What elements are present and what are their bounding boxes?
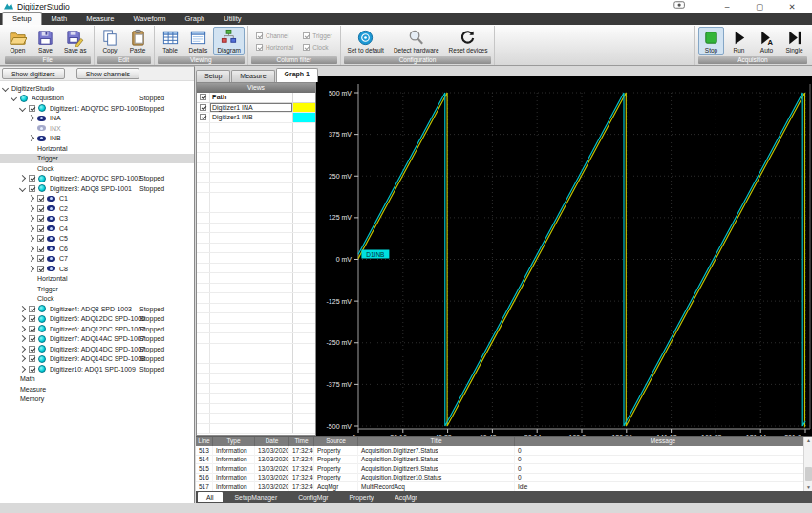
tree-row-digitizer6-adq12dc-spd-1007[interactable]: Digitizer6: ADQ12DC SPD-1007Stopped [0, 324, 194, 334]
menu-item-utility[interactable]: Utility [214, 13, 250, 25]
checkbox-icon[interactable] [29, 315, 35, 322]
chevron-right-icon[interactable] [28, 115, 34, 121]
tree-row-digitizer1-adq7dc-spd-1001[interactable]: Digitizer1: ADQ7DC SPD-1001Stopped [0, 103, 194, 114]
tree-row-inb[interactable]: INB [0, 134, 194, 144]
open-button[interactable]: Open [5, 27, 31, 55]
chevron-right-icon[interactable] [28, 195, 34, 202]
log-column-type[interactable]: Type [213, 437, 255, 446]
tree-row-horizontal[interactable]: Horizontal [0, 143, 194, 154]
tree-row-measure[interactable]: Measure [0, 384, 194, 395]
tree-row-c3[interactable]: C3 [0, 214, 194, 224]
save-as-button[interactable]: Save as [60, 27, 91, 55]
show-channels-button[interactable]: Show channels [76, 68, 139, 79]
log-tab-property[interactable]: Property [341, 492, 383, 502]
minimize-button[interactable]: – [711, 0, 743, 13]
tree-row-c2[interactable]: C2 [0, 203, 194, 214]
waveform-graph[interactable]: 500 mV375 mV250 mV125 mV0 mV-125 mV-250 … [316, 76, 812, 436]
chevron-right-icon[interactable] [28, 266, 34, 272]
chevron-right-icon[interactable] [19, 315, 26, 322]
diagram-button[interactable]: Diagram [213, 27, 245, 55]
tree-row-horizontal[interactable]: Horizontal [0, 274, 194, 285]
checkbox-icon[interactable] [37, 246, 44, 252]
log-column-time[interactable]: Time [289, 437, 314, 446]
table-button[interactable]: Table [158, 27, 183, 55]
chevron-right-icon[interactable] [28, 205, 34, 212]
checkbox-icon[interactable] [29, 326, 35, 332]
tree-row-memory[interactable]: Memory [0, 395, 194, 405]
checkbox-icon[interactable] [37, 255, 44, 262]
chevron-down-icon[interactable] [19, 105, 26, 112]
log-column-message[interactable]: Message [515, 437, 812, 446]
log-column-source[interactable]: Source [314, 437, 358, 446]
tree-row-digitizer4-adq8-spd-1003[interactable]: Digitizer4: ADQ8 SPD-1003Stopped [0, 304, 194, 314]
stop-button[interactable]: Stop [698, 27, 724, 55]
chevron-right-icon[interactable] [19, 326, 26, 332]
chevron-right-icon[interactable] [19, 355, 26, 362]
trace-color-swatch[interactable] [293, 113, 315, 122]
chevron-right-icon[interactable] [28, 255, 34, 262]
log-scrollbar[interactable]: ▲ ▼ [803, 437, 812, 491]
tree-row-c1[interactable]: C1 [0, 194, 194, 204]
checkbox-icon[interactable] [200, 104, 206, 111]
log-tab-acqmgr[interactable]: AcqMgr [386, 492, 425, 502]
chevron-right-icon[interactable] [19, 346, 26, 353]
tree-row-acquisition[interactable]: AcquisitionStopped [0, 94, 194, 104]
chevron-right-icon[interactable] [28, 215, 34, 222]
checkbox-icon[interactable] [29, 335, 35, 342]
checkbox-icon[interactable] [200, 114, 206, 120]
log-column-line[interactable]: Line [196, 437, 213, 446]
checkbox-icon[interactable] [29, 105, 35, 112]
chevron-right-icon[interactable] [19, 175, 26, 182]
save-button[interactable]: Save [32, 27, 58, 55]
chevron-right-icon[interactable] [28, 246, 34, 252]
menu-item-waveform[interactable]: Waveform [123, 13, 175, 25]
maximize-button[interactable]: ▢ [743, 0, 776, 13]
tree-row-ina[interactable]: INA [0, 114, 194, 124]
tab-graph-1[interactable]: Graph 1 [276, 68, 318, 82]
views-row-digitizer1-inb[interactable]: Digitizer1 INB [197, 113, 315, 123]
checkbox-icon[interactable] [37, 215, 44, 222]
tree-row-clock[interactable]: Clock [0, 294, 194, 305]
checkbox-icon[interactable] [29, 346, 35, 353]
checkbox-icon[interactable] [29, 185, 35, 192]
log-tab-configmgr[interactable]: ConfigMgr [289, 492, 336, 502]
tree-row-inx[interactable]: INX [0, 123, 194, 134]
log-tab-setupmanager[interactable]: SetupManager [226, 492, 287, 502]
chevron-down-icon[interactable] [2, 85, 9, 92]
tree-row-clock[interactable]: Clock [0, 163, 194, 174]
tree-row-trigger[interactable]: Trigger [0, 284, 194, 294]
checkbox-icon[interactable] [37, 205, 44, 212]
set-to-default-button[interactable]: Set to default [344, 27, 388, 55]
tree-row-c4[interactable]: C4 [0, 224, 194, 234]
tree-row-c8[interactable]: C8 [0, 264, 194, 274]
run-button[interactable]: Run [726, 27, 752, 55]
chevron-down-icon[interactable] [11, 95, 17, 101]
tab-setup[interactable]: Setup [196, 70, 230, 82]
detect-hardware-button[interactable]: Detect hardware [390, 27, 443, 55]
log-column-title[interactable]: Title [358, 437, 515, 446]
clock-filter-checkbox[interactable]: Clock [303, 44, 331, 51]
tree-row-digitizer10-adq1-spd-1009[interactable]: Digitizer10: ADQ1 SPD-1009Stopped [0, 364, 194, 374]
details-button[interactable]: Details [185, 27, 212, 55]
reset-devices-button[interactable]: Reset devices [445, 27, 492, 55]
scroll-up-icon[interactable]: ▲ [804, 437, 812, 444]
horizontal-filter-checkbox[interactable]: Horizontal [256, 44, 293, 51]
scroll-down-icon[interactable]: ▼ [804, 483, 812, 491]
tree-row-digitizer3-adq8-spd-1001[interactable]: Digitizer3: ADQ8 SPD-1001Stopped [0, 183, 194, 194]
tree-row-digitizer2-adq7dc-spd-1002[interactable]: Digitizer2: ADQ7DC SPD-1002Stopped [0, 174, 194, 184]
tab-measure[interactable]: Measure [231, 70, 274, 82]
chevron-right-icon[interactable] [19, 335, 26, 342]
trace-path-cell[interactable]: Digitizer1 INA [209, 103, 293, 113]
tree-row-digitizer8-adq14dc-spd-1007[interactable]: Digitizer8: ADQ14DC SPD-1007Stopped [0, 344, 194, 354]
scrollbar-thumb[interactable] [805, 467, 812, 481]
tree-row-digitizer9-adq14dc-spd-1008[interactable]: Digitizer9: ADQ14DC SPD-1008Stopped [0, 354, 194, 365]
checkbox-icon[interactable] [29, 175, 35, 182]
checkbox-icon[interactable] [37, 266, 44, 272]
views-row-digitizer1-ina[interactable]: Digitizer1 INA [197, 103, 315, 114]
chevron-right-icon[interactable] [28, 235, 34, 242]
checkbox-icon[interactable] [37, 235, 44, 242]
checkbox-icon[interactable] [37, 225, 44, 232]
tree-row-c6[interactable]: C6 [0, 244, 194, 254]
menu-item-math[interactable]: Math [42, 13, 77, 25]
chevron-right-icon[interactable] [28, 135, 34, 141]
